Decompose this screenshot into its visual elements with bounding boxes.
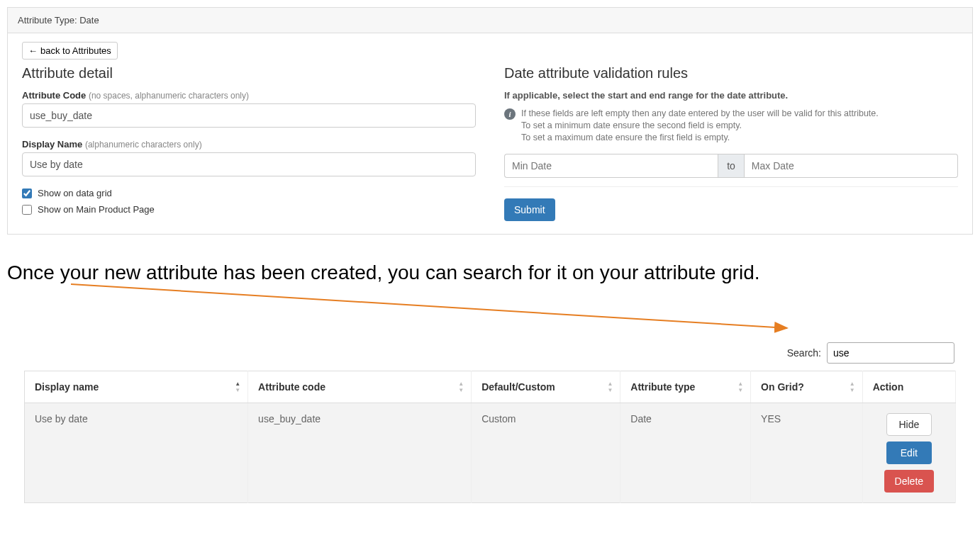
cell-default-custom: Custom xyxy=(472,403,620,503)
show-on-grid-label[interactable]: Show on data grid xyxy=(38,188,112,198)
sort-icon: ▲▼ xyxy=(235,381,240,393)
validation-info-line3: To set a maximum date ensure the first f… xyxy=(521,132,879,144)
col-attribute-type[interactable]: Attribute type ▲▼ xyxy=(620,371,751,403)
max-date-input[interactable] xyxy=(745,154,958,178)
search-input[interactable] xyxy=(827,342,954,364)
validation-info-line2: To set a minimum date ensure the second … xyxy=(521,120,879,132)
col-on-grid[interactable]: On Grid? ▲▼ xyxy=(751,371,863,403)
delete-button[interactable]: Delete xyxy=(884,470,934,493)
cell-on-grid: YES xyxy=(751,403,863,503)
attribute-code-input[interactable] xyxy=(22,103,476,128)
sort-icon: ▲▼ xyxy=(458,381,464,393)
col-display-name[interactable]: Display name ▲▼ xyxy=(25,371,248,403)
attribute-detail-column: Attribute detail Attribute Code (no spac… xyxy=(22,65,476,221)
cell-actions: Hide Edit Delete xyxy=(862,403,955,503)
annotation-arrow-icon xyxy=(71,279,794,335)
validation-info-line1: If these fields are left empty then any … xyxy=(521,108,879,120)
display-name-input[interactable] xyxy=(22,152,476,176)
panel-header: Attribute Type: Date xyxy=(8,8,972,33)
sort-icon: ▲▼ xyxy=(737,381,743,393)
search-bar: Search: xyxy=(7,342,973,371)
attribute-code-hint: (no spaces, alphanumeric characters only… xyxy=(89,91,249,101)
table-row: Use by date use_buy_date Custom Date YES… xyxy=(25,403,956,503)
grid-header-row: Display name ▲▼ Attribute code ▲▼ Defaul… xyxy=(25,371,956,403)
edit-button[interactable]: Edit xyxy=(886,441,932,464)
search-label: Search: xyxy=(787,347,821,359)
attribute-detail-heading: Attribute detail xyxy=(22,65,476,81)
cell-display-name: Use by date xyxy=(25,403,248,503)
min-date-input[interactable] xyxy=(504,154,718,178)
cell-attribute-type: Date xyxy=(620,403,751,503)
validation-info: i If these fields are left empty then an… xyxy=(504,108,958,144)
sort-icon: ▲▼ xyxy=(850,381,855,393)
show-on-main-checkbox[interactable] xyxy=(22,205,32,215)
show-on-main-label[interactable]: Show on Main Product Page xyxy=(38,204,155,215)
display-name-hint: (alphanumeric characters only) xyxy=(85,140,202,150)
submit-button[interactable]: Submit xyxy=(504,198,555,221)
date-to-label: to xyxy=(718,154,745,178)
validation-heading: Date attribute validation rules xyxy=(504,65,958,81)
panel-header-value: Date xyxy=(79,15,99,26)
panel-body: back to Attributes Attribute detail Attr… xyxy=(8,33,972,234)
svg-line-1 xyxy=(71,284,787,328)
sort-icon: ▲▼ xyxy=(607,381,613,393)
date-range-group: to xyxy=(504,154,958,178)
attribute-grid: Display name ▲▼ Attribute code ▲▼ Defaul… xyxy=(24,371,956,503)
arrow-left-icon xyxy=(28,45,38,56)
cell-attribute-code: use_buy_date xyxy=(248,403,472,503)
display-name-label: Display Name (alphanumeric characters on… xyxy=(22,139,476,150)
validation-rules-column: Date attribute validation rules If appli… xyxy=(504,65,958,221)
back-to-attributes-button[interactable]: back to Attributes xyxy=(22,42,118,60)
col-default-custom[interactable]: Default/Custom ▲▼ xyxy=(472,371,620,403)
col-action: Action xyxy=(862,371,955,403)
panel-header-prefix: Attribute Type: xyxy=(18,15,77,26)
show-on-grid-checkbox[interactable] xyxy=(22,189,32,198)
attribute-panel: Attribute Type: Date back to Attributes … xyxy=(7,7,973,235)
attribute-code-label: Attribute Code (no spaces, alphanumeric … xyxy=(22,90,476,101)
back-button-label: back to Attributes xyxy=(40,45,111,56)
info-icon: i xyxy=(504,108,516,120)
validation-subheading: If applicable, select the start and end … xyxy=(504,90,958,101)
annotation-arrow-container xyxy=(7,293,973,342)
hide-button[interactable]: Hide xyxy=(886,413,932,436)
col-attribute-code[interactable]: Attribute code ▲▼ xyxy=(248,371,472,403)
